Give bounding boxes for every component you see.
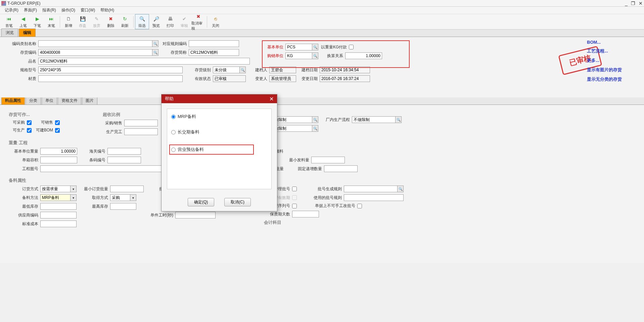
tool-label: 上笔 xyxy=(19,23,27,28)
stab-image[interactable]: 图片 xyxy=(82,96,97,105)
section-serial: 列号 xyxy=(264,177,436,184)
unit-sec-input[interactable] xyxy=(175,212,216,218)
customs-input[interactable] xyxy=(107,148,141,155)
inv-code-lookup-icon[interactable]: 🔍 xyxy=(152,49,158,56)
fixed-inc-input[interactable] xyxy=(324,165,358,172)
menu-record[interactable]: 记录(R) xyxy=(2,7,21,14)
radio-long-lead[interactable] xyxy=(171,130,176,134)
inv-code-input[interactable] xyxy=(38,49,152,56)
dialog-close-icon[interactable]: ✕ xyxy=(269,96,274,102)
plant-flow-lookup-icon[interactable]: 🔍 xyxy=(396,116,402,123)
manage-batch-checkbox[interactable] xyxy=(292,187,297,191)
menu-operate[interactable]: 操作(O) xyxy=(59,7,78,14)
barcode-input[interactable] xyxy=(107,157,141,163)
tool-下笔[interactable]: ▶下笔 xyxy=(30,14,44,29)
menu-report[interactable]: 报表(R) xyxy=(40,7,59,14)
code-cat-input[interactable] xyxy=(38,40,152,47)
stab-qualify[interactable]: 资格文件 xyxy=(58,96,81,105)
tool-筛选[interactable]: 🔍筛选 xyxy=(135,14,149,29)
tool-取消审核[interactable]: ✖取消审核 xyxy=(191,12,205,32)
link-bom[interactable]: BOM... xyxy=(587,40,637,45)
base-unit-lookup-icon[interactable]: 🔍 xyxy=(312,44,318,50)
saleable-checkbox[interactable] xyxy=(55,120,60,125)
name-input[interactable] xyxy=(38,58,250,65)
rule-code-input[interactable] xyxy=(189,40,239,47)
min-issue-input[interactable] xyxy=(311,157,345,163)
menu-window[interactable]: 窗口(W) xyxy=(78,7,98,14)
acquire-input[interactable] xyxy=(110,194,130,201)
base-unit-input[interactable] xyxy=(285,44,312,50)
menu-interface[interactable]: 界面(F) xyxy=(21,7,40,14)
bom-checkbox[interactable] xyxy=(55,128,60,133)
conv-input[interactable] xyxy=(345,52,382,59)
unit-box: 基本单位 🔍 以重量KG付款 购销单位 🔍 换算关系 xyxy=(262,40,410,68)
link-no-category[interactable]: 显示无分类的存货 xyxy=(587,76,637,82)
no-manual-checkbox[interactable] xyxy=(357,204,362,208)
tool-关闭[interactable]: ⎋关闭 xyxy=(209,14,223,29)
sale-unit-input[interactable] xyxy=(285,52,312,59)
inv-abbr-input[interactable] xyxy=(189,49,239,56)
stock-method-dropdown-icon[interactable]: ▾ xyxy=(71,194,77,201)
stab-unit[interactable]: 单位 xyxy=(42,96,57,105)
min-order-input[interactable] xyxy=(110,186,144,192)
minimize-button[interactable]: _ xyxy=(625,1,628,6)
code-cat-lookup-icon[interactable]: 🔍 xyxy=(152,40,158,47)
tool-删除[interactable]: ✖删除 xyxy=(104,14,118,29)
std-cost-input[interactable] xyxy=(40,220,77,227)
tab-edit[interactable]: 编辑 xyxy=(19,29,36,37)
dialog-cancel-button[interactable]: 取消(C) xyxy=(224,198,251,206)
radio-sales-forecast[interactable] xyxy=(171,148,176,152)
level-input[interactable] xyxy=(213,67,240,73)
min-stock-input[interactable] xyxy=(40,203,77,210)
link-more[interactable]: 更多... xyxy=(587,57,637,64)
lbl-std-cost: 标准成本 xyxy=(7,221,40,227)
radio-mrp[interactable] xyxy=(171,115,176,119)
lbl-weight-pay: 以重量KG付款 xyxy=(321,44,347,50)
tool-首笔[interactable]: ⏮首笔 xyxy=(2,14,16,29)
stock-method-input[interactable] xyxy=(40,194,71,201)
level-lookup-icon[interactable]: 🔍 xyxy=(240,67,246,73)
tab-browse[interactable]: 浏览 xyxy=(1,29,18,37)
link-with-image[interactable]: 显示有图片的存货 xyxy=(587,67,637,73)
dialog-ok-button[interactable]: 确定(Q) xyxy=(188,198,214,206)
prod-done-input[interactable] xyxy=(124,128,158,135)
batch-rule-input[interactable] xyxy=(344,186,398,192)
weight-pay-checkbox[interactable] xyxy=(349,45,354,49)
tool-icon: 🖶 xyxy=(167,15,174,23)
batch-rule-lookup-icon[interactable]: 🔍 xyxy=(398,186,404,192)
tool-末笔[interactable]: ⏭末笔 xyxy=(44,14,58,29)
purchasable-checkbox[interactable] xyxy=(27,120,32,125)
spec-input[interactable] xyxy=(38,67,183,73)
stab-category[interactable]: 分类 xyxy=(26,96,41,105)
acquire-dropdown-icon[interactable]: ▾ xyxy=(130,194,136,201)
limit1-lookup-icon[interactable]: 🔍 xyxy=(312,116,318,123)
material-input[interactable] xyxy=(38,75,183,82)
tool-预览[interactable]: 🔎预览 xyxy=(149,14,163,29)
tool-上笔[interactable]: ◀上笔 xyxy=(16,14,30,29)
box-vol-input[interactable] xyxy=(40,157,77,163)
shelf-days-input[interactable] xyxy=(292,211,319,217)
maximize-button[interactable]: ❐ xyxy=(631,1,635,6)
tool-新增[interactable]: 🗋新增 xyxy=(61,14,76,29)
supplier-input[interactable] xyxy=(40,212,77,218)
stab-item-attr[interactable]: 料品属性 xyxy=(1,96,25,105)
link-process[interactable]: 工艺流程... xyxy=(587,48,637,54)
order-mode-input[interactable] xyxy=(40,186,71,192)
used-rule-input[interactable] xyxy=(344,194,404,201)
manage-serial-checkbox[interactable] xyxy=(292,204,297,208)
lbl-max-stock: 最高库存 xyxy=(77,204,110,209)
plant-flow-input[interactable] xyxy=(352,116,396,123)
producible-checkbox[interactable] xyxy=(27,128,32,133)
menu-help[interactable]: 帮助(H) xyxy=(98,7,117,14)
buy-sell-input[interactable] xyxy=(124,120,158,126)
tool-打印[interactable]: 🖶打印 xyxy=(163,14,177,29)
limit2-lookup-icon[interactable]: 🔍 xyxy=(312,125,318,132)
tool-审核: ✔审核 xyxy=(177,14,191,29)
tool-刷新[interactable]: ↻刷新 xyxy=(118,14,132,29)
order-mode-dropdown-icon[interactable]: ▾ xyxy=(71,186,77,192)
dialog-title-bar[interactable]: 帮助 ✕ xyxy=(162,94,277,103)
close-window-button[interactable]: ✕ xyxy=(639,1,643,6)
sale-unit-lookup-icon[interactable]: 🔍 xyxy=(312,52,318,59)
max-stock-input[interactable] xyxy=(110,203,136,210)
base-weight-input[interactable] xyxy=(40,148,77,155)
